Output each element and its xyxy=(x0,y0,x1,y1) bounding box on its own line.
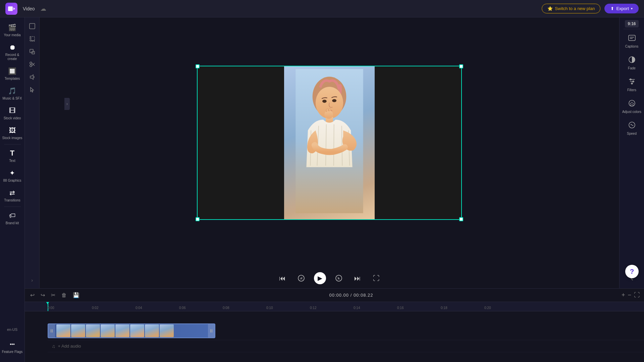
zoom-out-button[interactable]: − xyxy=(628,292,631,299)
left-sidebar: 🎬 Your media ⏺ Record & create 🔲 Templat… xyxy=(0,17,25,362)
sidebar-item-templates[interactable]: 🔲 Templates xyxy=(0,64,24,83)
sidebar-item-label: Templates xyxy=(5,77,20,81)
svg-point-15 xyxy=(322,100,327,103)
sidebar-item-label: Music & SFX xyxy=(3,97,22,101)
tool-audio[interactable] xyxy=(27,72,38,82)
sidebar-item-feature-flags[interactable]: ••• Feature Flags xyxy=(0,337,24,357)
right-panel: 9:16 Captions Fade xyxy=(619,17,644,288)
svg-text:5: 5 xyxy=(300,278,301,280)
resize-handle-tl[interactable] xyxy=(196,64,200,68)
ruler-tick-9: 0:18 xyxy=(441,306,447,310)
right-panel-item-fade[interactable]: Fade xyxy=(620,52,644,73)
sidebar-item-record-create[interactable]: ⏺ Record & create xyxy=(0,40,24,64)
media-icon: 🎬 xyxy=(8,23,17,32)
playback-controls: ⏮ 5 ▶ 5 ⏭ ⛶ xyxy=(40,268,619,288)
text-icon: T xyxy=(8,148,17,158)
stock-video-icon: 🎞 xyxy=(8,106,17,115)
undo-button[interactable]: ↩ xyxy=(29,291,36,300)
save-button[interactable]: 💾 xyxy=(71,291,81,300)
tool-crop[interactable] xyxy=(27,34,38,44)
transitions-icon: ⇄ xyxy=(8,188,17,197)
add-audio-label[interactable]: + Add audio xyxy=(58,344,81,349)
sidebar-divider xyxy=(4,144,21,144)
ruler-tick-5: 0:10 xyxy=(266,306,273,310)
svg-rect-4 xyxy=(30,49,33,53)
ruler-tick-2: 0:04 xyxy=(136,306,142,310)
export-button[interactable]: ⬆ Export ▾ xyxy=(604,4,639,13)
feature-flags-icon: ••• xyxy=(8,340,17,349)
playhead-triangle xyxy=(46,302,49,304)
fade-icon xyxy=(628,56,636,65)
clip-handle-right[interactable]: ⏸ xyxy=(208,324,215,338)
skip-back-button[interactable]: ⏮ xyxy=(276,272,288,284)
sidebar-item-your-media[interactable]: 🎬 Your media xyxy=(0,20,24,40)
stock-images-icon: 🖼 xyxy=(8,126,17,135)
sidebar-item-label: Brand kit xyxy=(6,221,19,225)
timeline-expand-button[interactable]: ⛶ xyxy=(634,292,640,299)
sidebar-item-label: 88 Graphics xyxy=(3,179,21,183)
svg-point-25 xyxy=(298,275,304,281)
svg-marker-10 xyxy=(30,75,33,79)
rewind-button[interactable]: 5 xyxy=(295,272,307,284)
filters-label: Filters xyxy=(627,88,636,92)
sidebar-item-brand-kit[interactable]: 🏷 Brand kit xyxy=(0,208,24,228)
sidebar-item-label: Text xyxy=(9,159,15,163)
clip-thumbnails xyxy=(55,324,208,338)
resize-handle-tr[interactable] xyxy=(459,64,463,68)
language-badge: en-US xyxy=(6,326,19,333)
tool-resize[interactable] xyxy=(27,46,38,57)
tool-pointer[interactable] xyxy=(27,84,38,95)
graphics-icon: ✦ xyxy=(8,168,17,178)
adjust-colors-label: Adjust colors xyxy=(622,110,641,114)
resize-handle-bl[interactable] xyxy=(196,217,200,221)
help-button[interactable]: ? xyxy=(625,265,639,278)
speed-icon xyxy=(628,121,636,131)
fullscreen-button[interactable]: ⛶ xyxy=(370,272,382,284)
sidebar-item-music-sfx[interactable]: 🎵 Music & SFX xyxy=(0,83,24,103)
clip-handle-left[interactable]: ⏸ xyxy=(48,324,55,338)
zoom-in-button[interactable]: + xyxy=(622,292,625,299)
audio-track: ♫ + Add audio xyxy=(48,340,644,352)
sidebar-item-stock-images[interactable]: 🖼 Stock images xyxy=(0,123,24,143)
left-panel-collapse-button[interactable]: › xyxy=(64,98,70,110)
sidebar-item-language[interactable]: en-US xyxy=(0,323,24,336)
canvas-frame xyxy=(197,66,462,220)
redo-button[interactable]: ↪ xyxy=(39,291,46,300)
sidebar-item-label: Stock video xyxy=(4,116,21,120)
ruler-tick-1: 0:02 xyxy=(92,306,98,310)
topbar-title: Video xyxy=(23,6,35,11)
svg-text:5: 5 xyxy=(338,278,340,280)
sidebar-item-label: Record & create xyxy=(1,53,23,61)
sidebar-item-text[interactable]: T Text xyxy=(0,146,24,166)
sidebar-item-label: Your media xyxy=(4,33,20,37)
tool-select[interactable] xyxy=(27,21,38,32)
fast-forward-button[interactable]: 5 xyxy=(333,272,345,284)
clip-thumb-2 xyxy=(71,324,85,337)
skip-forward-button[interactable]: ⏭ xyxy=(352,272,364,284)
captions-icon xyxy=(628,34,636,44)
tools-expand-button[interactable]: › xyxy=(28,276,37,285)
video-content xyxy=(284,66,375,220)
resize-handle-br[interactable] xyxy=(459,217,463,221)
sidebar-item-transitions[interactable]: ⇄ Transitions xyxy=(0,185,24,205)
switch-plan-button[interactable]: ⭐ Switch to a new plan xyxy=(542,4,600,13)
right-panel-item-captions[interactable]: Captions xyxy=(620,31,644,52)
svg-point-24 xyxy=(324,110,333,119)
ruler-tick-8: 0:16 xyxy=(397,306,404,310)
svg-point-7 xyxy=(30,62,32,64)
sidebar-item-stock-video[interactable]: 🎞 Stock video xyxy=(0,103,24,123)
sidebar-item-graphics[interactable]: ✦ 88 Graphics xyxy=(0,166,24,185)
video-clip[interactable]: ⏸ ⏸ xyxy=(48,323,215,338)
tool-smart-cut[interactable] xyxy=(27,59,38,70)
cut-button[interactable]: ✂ xyxy=(50,291,57,300)
right-panel-item-speed[interactable]: Speed xyxy=(620,118,644,139)
ruler-tick-0: 0:00 xyxy=(48,306,54,310)
delete-button[interactable]: 🗑 xyxy=(60,291,68,300)
timeline-section: ↩ ↪ ✂ 🗑 💾 00:00.00 / 00:08.22 + − ⛶ 0:00… xyxy=(25,288,644,362)
right-panel-item-adjust-colors[interactable]: Adjust colors xyxy=(620,96,644,117)
right-panel-item-filters[interactable]: Filters xyxy=(620,74,644,95)
play-button[interactable]: ▶ xyxy=(314,272,326,284)
svg-rect-29 xyxy=(629,35,635,41)
record-icon: ⏺ xyxy=(8,43,17,52)
clip-thumb-4 xyxy=(101,324,115,337)
